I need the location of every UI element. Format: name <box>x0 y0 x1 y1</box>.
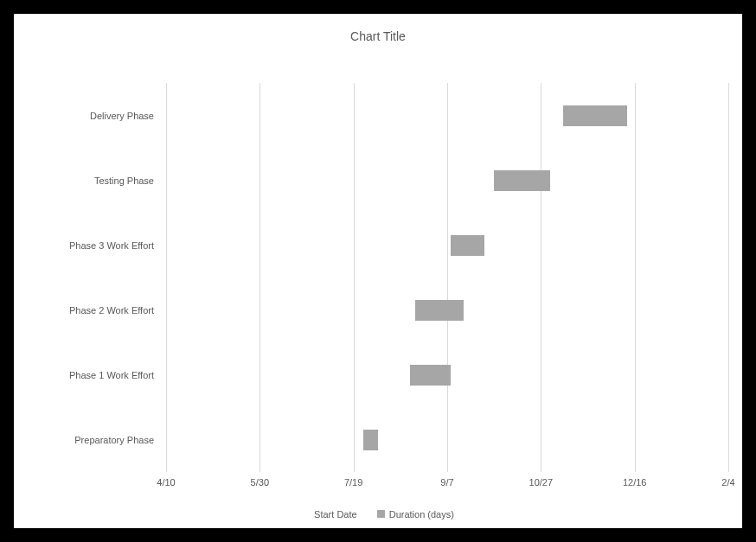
gridline <box>259 83 260 472</box>
x-tick-label: 5/30 <box>251 477 269 488</box>
y-tick-label: Delivery Phase <box>90 105 166 126</box>
legend-label: Start Date <box>314 509 357 520</box>
x-tick-label: 2/4 <box>721 477 734 488</box>
chart-frame: Chart Title 4/105/307/199/710/2712/162/4… <box>14 14 742 528</box>
legend-item-duration: Duration (days) <box>377 509 454 520</box>
category-row: Testing Phase <box>166 170 728 191</box>
category-row: Delivery Phase <box>166 105 728 126</box>
gridline <box>354 83 355 472</box>
duration-bar <box>451 235 484 256</box>
gridline <box>728 83 729 472</box>
duration-bar <box>410 365 452 386</box>
gridline <box>635 83 636 472</box>
legend-label: Duration (days) <box>389 509 454 520</box>
gridline <box>447 83 448 472</box>
x-tick-label: 7/19 <box>344 477 362 488</box>
category-row: Phase 2 Work Effort <box>166 300 728 321</box>
x-tick-label: 12/16 <box>623 477 647 488</box>
gridline <box>166 83 167 472</box>
duration-bar <box>415 300 464 321</box>
x-tick-label: 4/10 <box>157 477 175 488</box>
gridline <box>541 83 541 472</box>
y-tick-label: Phase 3 Work Effort <box>69 235 166 256</box>
duration-bar <box>494 170 550 191</box>
x-tick-label: 10/27 <box>529 477 554 488</box>
y-tick-label: Preparatory Phase <box>74 430 166 450</box>
y-tick-label: Phase 2 Work Effort <box>69 300 166 321</box>
category-row: Phase 1 Work Effort <box>166 365 728 386</box>
duration-bar <box>363 430 378 450</box>
x-tick-label: 9/7 <box>440 477 453 488</box>
legend: Start Date Duration (days) <box>14 509 742 520</box>
plot-area: 4/105/307/199/710/2712/162/4Delivery Pha… <box>166 83 728 472</box>
legend-swatch-duration <box>377 510 385 518</box>
legend-item-start-date: Start Date <box>302 509 357 520</box>
y-tick-label: Phase 1 Work Effort <box>69 365 166 386</box>
category-row: Preparatory Phase <box>166 430 728 450</box>
category-row: Phase 3 Work Effort <box>166 235 728 256</box>
chart-title: Chart Title <box>14 29 742 43</box>
duration-bar <box>563 105 627 126</box>
legend-swatch-start-date <box>302 510 310 518</box>
y-tick-label: Testing Phase <box>94 170 166 191</box>
